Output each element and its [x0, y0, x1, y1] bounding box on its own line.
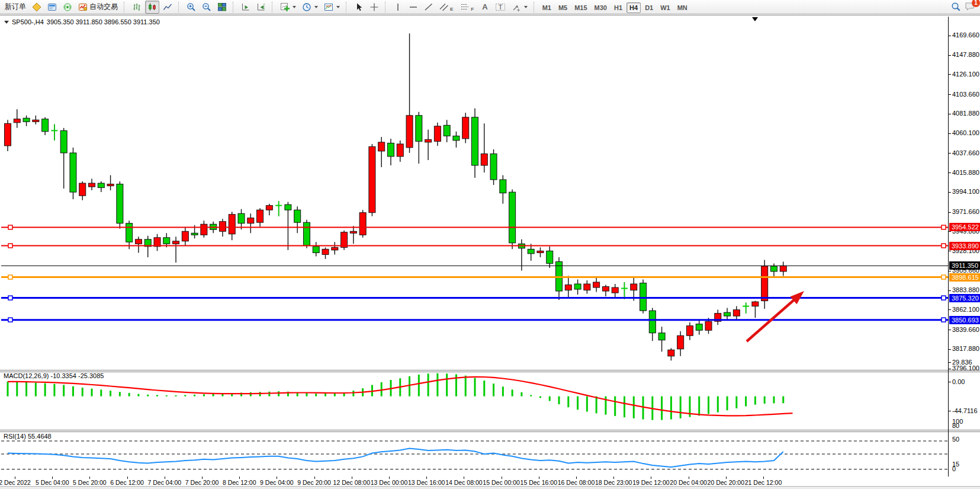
timeframe-m5[interactable]: M5: [555, 2, 570, 13]
candle: [248, 213, 254, 233]
macd-axis-tick: [949, 382, 951, 382]
macd-histogram-bar: [493, 383, 494, 396]
price-tick-label: 3883.880: [952, 286, 979, 293]
arrows-icon[interactable]: [509, 1, 530, 14]
horizontal-line-object[interactable]: [1, 318, 948, 322]
macd-histogram-bar: [596, 397, 597, 414]
candle: [649, 308, 656, 341]
macd-panel[interactable]: [1, 372, 948, 430]
zoom-in-icon[interactable]: [184, 1, 198, 14]
price-tick-mark: [949, 330, 951, 330]
fibonacci-icon[interactable]: F: [458, 1, 477, 14]
rsi-panel[interactable]: [1, 432, 948, 477]
equidistant-channel-icon[interactable]: E: [437, 1, 457, 14]
crosshair-icon[interactable]: [367, 1, 381, 14]
horizontal-line-object[interactable]: [1, 296, 948, 300]
macd-histogram-bar: [306, 393, 307, 397]
text-icon[interactable]: A: [478, 1, 491, 14]
candle: [89, 179, 95, 191]
time-tick-label: 16 Dec 08:00: [558, 479, 595, 486]
price-tick-label: 3817.880: [952, 345, 979, 352]
toolbar-separator: [385, 2, 388, 12]
chart-shift-icon[interactable]: [254, 1, 268, 14]
new-order-button[interactable]: 新订单: [2, 1, 28, 14]
macd-histogram-bar: [72, 386, 74, 397]
price-tick-label: 3796.100: [952, 365, 979, 372]
signals-icon[interactable]: [60, 1, 75, 14]
add-indicator-icon[interactable]: [278, 1, 298, 14]
price-chart[interactable]: [1, 17, 948, 370]
bar-chart-icon[interactable]: [130, 1, 144, 14]
zoom-out-icon[interactable]: [200, 1, 214, 14]
new-chart-icon[interactable]: [30, 1, 44, 14]
tile-windows-icon[interactable]: [215, 1, 229, 14]
line-chart-icon[interactable]: [160, 1, 175, 14]
time-tick-label: 7 Dec 04:00: [147, 479, 181, 486]
price-tick-label: 4169.660: [952, 31, 979, 39]
rsi-value: 55.4648: [28, 433, 52, 440]
price-tick-mark: [949, 55, 951, 56]
time-tick-label: 19 Dec 12:00: [632, 479, 669, 486]
candlestick-icon[interactable]: [145, 1, 159, 14]
search-icon[interactable]: [951, 2, 961, 12]
candle: [668, 348, 674, 360]
candle: [201, 220, 207, 238]
line-handle: [8, 225, 12, 229]
periods-clock-icon[interactable]: [300, 1, 320, 14]
timeframe-mn[interactable]: MN: [674, 2, 690, 13]
timeframe-h4[interactable]: H4: [626, 2, 641, 13]
trendline-icon[interactable]: [422, 1, 436, 14]
timeframe-w1[interactable]: W1: [657, 2, 673, 13]
macd-histogram-bar: [633, 397, 635, 418]
price-line-tag: 3898.615: [949, 273, 980, 282]
horizontal-line-object[interactable]: [1, 275, 948, 279]
terminal-icon[interactable]: [45, 1, 59, 14]
candle: [98, 181, 104, 192]
text-label-icon[interactable]: T: [493, 1, 508, 14]
macd-axis-label: 29.836: [952, 359, 972, 366]
candle: [285, 202, 291, 250]
macd-histogram-bar: [418, 375, 420, 397]
macd-histogram-bar: [708, 397, 709, 414]
candle: [5, 120, 11, 151]
timeframe-m30[interactable]: M30: [592, 2, 610, 13]
macd-histogram-bar: [82, 388, 83, 397]
macd-histogram-bar: [735, 397, 737, 408]
price-axis[interactable]: 4169.6604147.8804126.1004103.6604081.880…: [948, 17, 980, 477]
macd-histogram-bar: [324, 394, 326, 397]
notifications-button[interactable]: 1: [965, 1, 976, 12]
price-line-tag: 3911.350: [949, 261, 980, 270]
price-tick-mark: [949, 94, 951, 95]
time-tick-label: 13 Dec 16:00: [408, 479, 445, 486]
timeframe-h1[interactable]: H1: [611, 2, 625, 13]
timeframe-m1[interactable]: M1: [539, 2, 554, 13]
chart-window: SP500-,H4 3905.350 3911.850 3896.550 391…: [0, 15, 980, 487]
price-tick-label: 4147.880: [952, 51, 979, 58]
horizontal-line-object[interactable]: [1, 225, 948, 229]
candle: [761, 260, 768, 309]
macd-histogram-bar: [745, 397, 747, 407]
macd-histogram-bar: [213, 394, 214, 397]
horizontal-line-object[interactable]: [1, 244, 948, 248]
candle: [490, 149, 497, 185]
candle: [556, 257, 563, 300]
macd-histogram-bar: [268, 392, 270, 397]
timeframe-m15[interactable]: M15: [571, 2, 590, 13]
toolbar-right: 1: [951, 1, 976, 12]
template-icon[interactable]: [322, 1, 342, 14]
timeframe-d1[interactable]: D1: [642, 2, 656, 13]
candle: [500, 175, 506, 204]
candle: [135, 236, 142, 253]
auto-trading-button[interactable]: 自动交易: [76, 1, 120, 14]
cursor-icon[interactable]: [352, 1, 366, 14]
auto-scroll-icon[interactable]: [239, 1, 253, 14]
time-axis[interactable]: 2 Dec 20225 Dec 04:005 Dec 20:006 Dec 12…: [0, 477, 980, 487]
horizontal-line-icon[interactable]: [406, 1, 420, 14]
macd-histogram-bar: [381, 382, 383, 397]
candle: [574, 279, 581, 295]
macd-histogram-bar: [586, 397, 588, 412]
candle: [294, 206, 301, 233]
vertical-line-icon[interactable]: [391, 1, 405, 14]
svg-text:T: T: [498, 3, 502, 10]
macd-axis-tick: [949, 362, 951, 363]
